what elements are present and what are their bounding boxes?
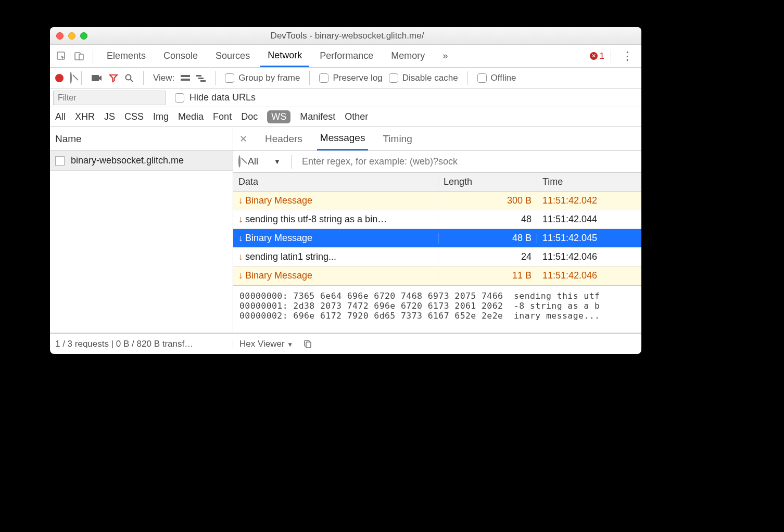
svg-rect-12	[306, 342, 311, 348]
message-row[interactable]: ↓sending this utf-8 string as a bin…4811…	[233, 210, 641, 229]
svg-rect-9	[198, 78, 204, 79]
messages-header: Data Length Time	[233, 173, 641, 192]
ws-icon	[55, 156, 65, 166]
type-media[interactable]: Media	[178, 111, 204, 122]
type-img[interactable]: Img	[153, 111, 169, 122]
message-row[interactable]: ↓Binary Message300 B11:51:42.042	[233, 192, 641, 210]
window-title: DevTools - binary-websocket.glitch.me/	[93, 31, 602, 41]
request-name: binary-websocket.glitch.me	[71, 155, 184, 166]
split-view: Name binary-websocket.glitch.me ✕ Header…	[50, 127, 641, 333]
message-time: 11:51:42.042	[537, 195, 641, 206]
message-row[interactable]: ↓sending latin1 string...2411:51:42.046	[233, 248, 641, 267]
window-controls	[56, 32, 87, 40]
message-length: 48 B	[438, 233, 537, 244]
message-data: Binary Message	[245, 233, 312, 243]
svg-rect-10	[200, 80, 206, 82]
viewer-dropdown[interactable]: Hex Viewer ▼	[239, 339, 293, 349]
type-other[interactable]: Other	[345, 111, 368, 122]
filter-input[interactable]	[53, 91, 166, 105]
waterfall-icon[interactable]	[196, 74, 206, 82]
type-doc[interactable]: Doc	[241, 111, 258, 122]
titlebar: DevTools - binary-websocket.glitch.me/	[50, 27, 641, 45]
arrow-down-icon: ↓	[238, 270, 243, 281]
type-filter-row: AllXHRJSCSSImgMediaFontDocWSManifestOthe…	[50, 107, 641, 127]
type-css[interactable]: CSS	[124, 111, 144, 122]
hide-data-urls-checkbox[interactable]: Hide data URLs	[175, 92, 256, 103]
overflow-tabs[interactable]: »	[435, 45, 455, 67]
record-button[interactable]	[55, 74, 64, 82]
copy-icon[interactable]	[302, 339, 312, 349]
message-type-dropdown[interactable]: All ▼	[248, 156, 281, 167]
message-data: Binary Message	[245, 270, 312, 281]
arrow-down-icon: ↓	[238, 233, 243, 243]
svg-point-4	[126, 74, 131, 80]
type-xhr[interactable]: XHR	[75, 111, 95, 122]
error-badge[interactable]: ✕ 1	[590, 51, 604, 61]
minimize-window-button[interactable]	[68, 32, 75, 40]
status-bar: 1 / 3 requests | 0 B / 820 B transf… Hex…	[50, 333, 641, 354]
close-window-button[interactable]	[56, 32, 64, 40]
detail-tabs: ✕ HeadersMessagesTiming	[233, 127, 641, 151]
chevron-down-icon: ▼	[287, 341, 293, 348]
message-length: 24	[438, 251, 537, 262]
messages-toolbar: All ▼	[233, 151, 641, 173]
name-column-header: Name	[50, 127, 233, 151]
network-toolbar: View: Group by frame Preserve log Disabl…	[50, 68, 641, 88]
error-count: 1	[600, 51, 604, 61]
maximize-window-button[interactable]	[80, 32, 87, 40]
search-icon[interactable]	[124, 73, 134, 83]
disable-cache-checkbox[interactable]: Disable cache	[389, 73, 458, 83]
tab-elements[interactable]: Elements	[99, 45, 153, 67]
tab-sources[interactable]: Sources	[208, 45, 257, 67]
tab-performance[interactable]: Performance	[312, 45, 381, 67]
message-data: Binary Message	[245, 195, 312, 206]
filter-icon[interactable]	[109, 73, 118, 83]
regex-input[interactable]	[302, 156, 636, 167]
messages-rows: ↓Binary Message300 B11:51:42.042↓sending…	[233, 192, 641, 285]
col-time[interactable]: Time	[537, 176, 641, 187]
camera-icon[interactable]	[91, 74, 103, 82]
devtools-window: DevTools - binary-websocket.glitch.me/ E…	[50, 27, 641, 354]
type-font[interactable]: Font	[213, 111, 232, 122]
message-data: sending latin1 string...	[245, 251, 336, 262]
dropdown-icon: ▼	[274, 158, 281, 166]
clear-messages-icon[interactable]	[238, 156, 241, 167]
subtab-messages[interactable]: Messages	[317, 127, 369, 150]
error-icon: ✕	[590, 52, 598, 60]
request-list: Name binary-websocket.glitch.me	[50, 127, 233, 333]
request-row[interactable]: binary-websocket.glitch.me	[50, 151, 233, 171]
tab-console[interactable]: Console	[156, 45, 205, 67]
more-menu-icon[interactable]: ⋮	[617, 49, 637, 63]
type-js[interactable]: JS	[104, 111, 115, 122]
svg-line-5	[131, 79, 133, 82]
message-length: 300 B	[438, 195, 537, 206]
filter-row: Hide data URLs	[50, 88, 641, 107]
group-by-frame-checkbox[interactable]: Group by frame	[225, 73, 300, 83]
view-label: View:	[153, 73, 174, 83]
clear-icon[interactable]	[70, 73, 72, 83]
type-all[interactable]: All	[55, 111, 66, 122]
preserve-log-checkbox[interactable]: Preserve log	[319, 73, 382, 83]
subtab-headers[interactable]: Headers	[262, 127, 306, 150]
svg-rect-3	[92, 75, 99, 81]
type-ws[interactable]: WS	[267, 110, 290, 123]
device-icon[interactable]	[72, 49, 86, 64]
message-row[interactable]: ↓Binary Message11 B11:51:42.046	[233, 267, 641, 285]
hex-viewer: 00000000: 7365 6e64 696e 6720 7468 6973 …	[233, 285, 641, 333]
col-data[interactable]: Data	[233, 176, 438, 187]
svg-rect-2	[79, 54, 83, 60]
close-detail-icon[interactable]: ✕	[239, 133, 250, 145]
type-manifest[interactable]: Manifest	[300, 111, 335, 122]
svg-rect-8	[196, 75, 201, 77]
message-row[interactable]: ↓Binary Message48 B11:51:42.045	[233, 229, 641, 248]
inspect-icon[interactable]	[54, 49, 69, 64]
subtab-timing[interactable]: Timing	[380, 127, 415, 150]
svg-rect-6	[181, 75, 190, 77]
large-rows-icon[interactable]	[181, 74, 190, 82]
tab-network[interactable]: Network	[260, 45, 309, 67]
tab-memory[interactable]: Memory	[384, 45, 432, 67]
message-data: sending this utf-8 string as a bin…	[245, 214, 387, 224]
col-length[interactable]: Length	[438, 176, 537, 187]
main-tabs: ElementsConsoleSourcesNetworkPerformance…	[50, 45, 641, 68]
offline-checkbox[interactable]: Offline	[477, 73, 516, 83]
